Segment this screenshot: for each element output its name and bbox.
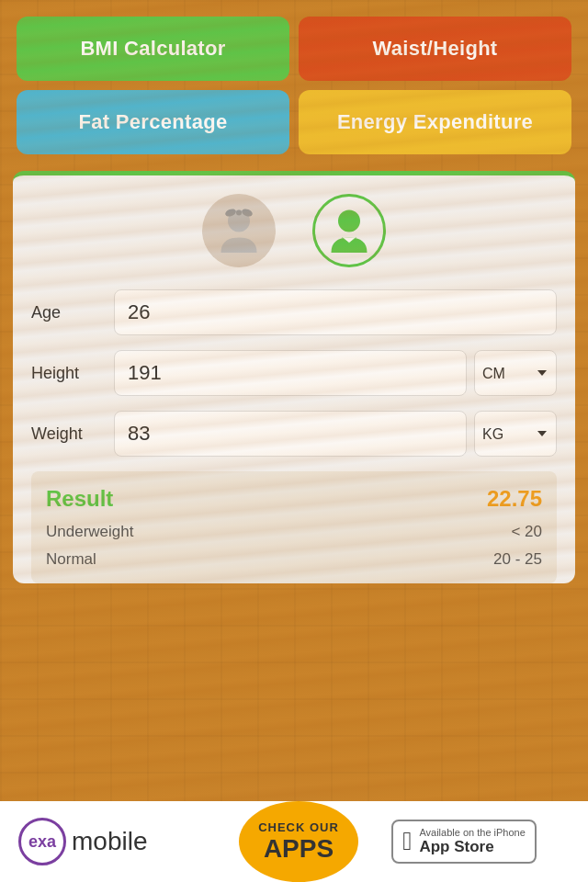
svg-point-3 [236,210,242,216]
weight-field-row: Weight KG LB [31,411,557,457]
top-nav: BMI Calculator Waist/Height Fat Percenta… [0,0,588,164]
underweight-label: Underweight [46,523,133,541]
age-label: Age [31,303,114,322]
check-apps-button[interactable]: CHECK OUR APPS [239,801,358,882]
energy-expenditure-button[interactable]: Energy Expenditure [299,90,571,154]
mobile-text: mobile [72,827,147,856]
height-unit-select[interactable]: CM IN [474,350,557,396]
available-on-label: Available on the iPhone [419,827,525,838]
result-header: Result 22.75 [46,486,542,512]
bmi-calculator-button[interactable]: BMI Calculator [17,17,289,81]
age-input[interactable] [114,289,557,335]
footer: exa mobile CHECK OUR APPS  Available on… [0,801,588,882]
exa-circle-text: exa [28,832,56,852]
normal-label: Normal [46,550,96,569]
result-section: Result 22.75 Underweight < 20 Normal 20 … [31,471,557,583]
appstore-box[interactable]:  Available on the iPhone App Store [391,820,537,864]
appstore-section[interactable]:  Available on the iPhone App Store [349,820,588,864]
gender-row [31,194,557,267]
height-field-row: Height CM IN [31,350,557,396]
apps-label: APPS [264,834,334,864]
weight-input[interactable] [114,411,467,457]
waist-height-button[interactable]: Waist/Height [299,17,571,81]
appstore-text: Available on the iPhone App Store [419,827,525,856]
male-avatar[interactable] [312,194,386,267]
apple-icon:  [402,827,412,856]
result-label: Result [46,486,113,512]
fat-percentage-button[interactable]: Fat Percentage [17,90,289,154]
underweight-value: < 20 [511,523,542,541]
result-row-underweight: Underweight < 20 [46,523,542,541]
female-avatar[interactable] [202,194,276,267]
app-store-label: App Store [419,838,525,856]
weight-unit-select[interactable]: KG LB [474,411,557,457]
age-field-row: Age [31,289,557,335]
normal-value: 20 - 25 [493,550,542,569]
result-row-normal: Normal 20 - 25 [46,550,542,569]
exa-logo[interactable]: exa mobile [0,818,248,865]
weight-label: Weight [31,424,114,444]
main-calculator-card: Age Height CM IN Weight KG LB Result 22.… [13,171,575,583]
exa-circle-icon: exa [18,818,66,865]
result-value: 22.75 [487,486,542,512]
height-label: Height [31,364,114,383]
svg-point-4 [338,210,360,232]
check-our-label: CHECK OUR [258,820,339,834]
height-input[interactable] [114,350,467,396]
